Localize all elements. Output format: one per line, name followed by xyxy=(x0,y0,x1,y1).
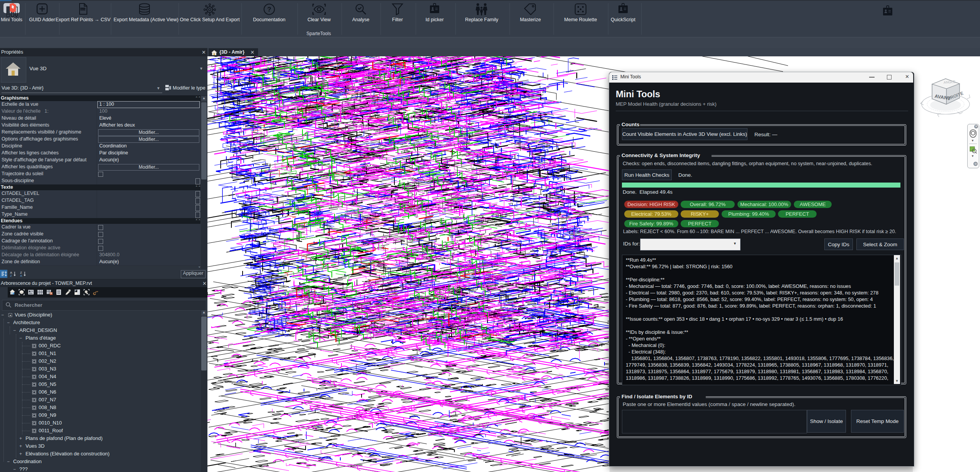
svg-text:Z: Z xyxy=(10,274,12,277)
svg-text:A: A xyxy=(20,274,22,277)
svg-text:?: ? xyxy=(267,6,271,13)
svg-text:JSON: JSON xyxy=(80,8,86,10)
